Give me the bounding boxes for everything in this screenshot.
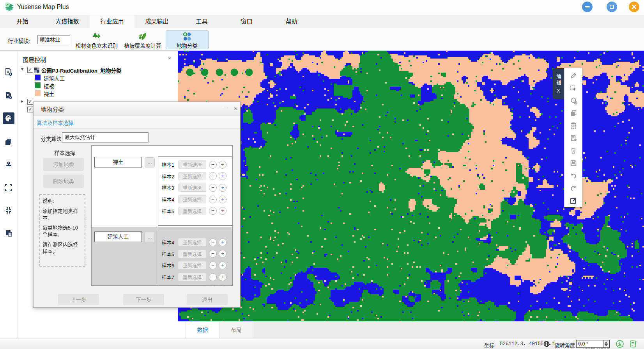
next-step-button[interactable]: 下一步 — [123, 294, 164, 305]
log-document-icon[interactable] — [629, 340, 638, 349]
delete-selected-icon[interactable] — [568, 132, 579, 144]
add-sample-button[interactable]: + — [219, 250, 226, 258]
save-edits-icon[interactable] — [568, 157, 579, 169]
reselect-button[interactable]: 重新选择 — [178, 172, 206, 180]
tool-landcover-classify[interactable]: 地物分类 — [166, 30, 209, 49]
more-button[interactable]: … — [145, 157, 155, 167]
close-button[interactable] — [629, 2, 639, 12]
reselect-button[interactable]: 重新选择 — [178, 207, 206, 215]
projection-globe-icon[interactable] — [543, 340, 551, 349]
sample-label: 样本4 — [162, 239, 178, 246]
edit-pencil-icon[interactable] — [568, 69, 579, 82]
reselect-button[interactable]: 重新选择 — [178, 250, 206, 258]
class-name-box[interactable]: 建筑人工 — [94, 231, 142, 242]
add-raster-layer-icon[interactable] — [3, 90, 14, 101]
panel-close-icon[interactable]: × — [166, 55, 173, 62]
add-sample-button[interactable]: + — [219, 262, 226, 269]
rotation-input[interactable]: 0.0 ° — [576, 340, 603, 348]
add-sample-button[interactable]: + — [219, 196, 226, 203]
remove-sample-button[interactable]: − — [209, 285, 217, 286]
reselect-button[interactable]: 重新选择 — [178, 160, 206, 169]
rotation-spinner[interactable] — [603, 340, 610, 348]
delete-class-button[interactable]: 删除地类 — [43, 174, 84, 188]
reselect-button[interactable]: 重新选择 — [178, 238, 206, 246]
select-features-icon[interactable] — [568, 82, 579, 94]
layer-row[interactable]: ▾ ✓ 公园PJ-RadCalibration_地物分类 — [18, 66, 178, 74]
caret-down-icon[interactable]: ▾ — [21, 66, 23, 72]
trash-icon[interactable] — [568, 144, 579, 157]
add-vector-layer-icon[interactable] — [3, 66, 14, 78]
tool-vegetation-coverage[interactable]: 植被覆盖度计算 — [121, 30, 164, 49]
remove-sample-button[interactable]: − — [209, 262, 217, 269]
tool-pine-detection[interactable]: 松材变色立木识别 — [75, 30, 118, 49]
legend-label: 植被 — [44, 82, 54, 90]
edit-panel-tab[interactable]: 编辑 X — [553, 68, 564, 99]
layer-checkbox[interactable]: ✓ — [27, 107, 33, 112]
edit-tab-close[interactable]: X — [557, 88, 560, 94]
add-sample-button[interactable]: + — [219, 161, 226, 169]
module-select[interactable]: 精准林业 ▾ — [37, 35, 70, 44]
layer-stack-icon[interactable] — [3, 136, 14, 148]
layer-checkbox[interactable]: ✓ — [27, 99, 33, 105]
zoom-to-selection-icon[interactable] — [3, 205, 14, 216]
redo-icon[interactable] — [568, 182, 579, 194]
remove-sample-button[interactable]: − — [209, 172, 217, 180]
add-feature-icon[interactable] — [568, 94, 579, 107]
menu-item-tools[interactable]: 工具 — [179, 15, 224, 28]
reselect-button[interactable]: 重新选择 — [178, 261, 206, 269]
reselect-button[interactable]: 重新选择 — [178, 195, 206, 203]
add-sample-button[interactable]: + — [219, 207, 226, 215]
layer-checkbox[interactable]: ✓ — [27, 67, 33, 73]
dialog-close-icon[interactable]: × — [232, 105, 240, 113]
symbology-palette-icon[interactable] — [3, 112, 14, 124]
chevron-down-icon: ▾ — [41, 36, 68, 44]
remove-sample-button[interactable]: − — [209, 250, 217, 258]
add-class-button[interactable]: 添加地类 — [43, 158, 84, 171]
sample-row: 样本6 重新选择 − + — [158, 260, 232, 271]
menu-item-window[interactable]: 窗口 — [224, 15, 269, 28]
download-icon[interactable] — [615, 339, 625, 349]
add-sample-button[interactable]: + — [219, 239, 226, 246]
legend-item[interactable]: 植被 — [18, 82, 178, 89]
menu-item-industry-apps[interactable]: 行业应用 — [90, 15, 134, 28]
dialog-minimize-icon[interactable]: – — [221, 105, 229, 113]
menu-item-help[interactable]: 帮助 — [269, 15, 314, 28]
add-sample-button[interactable]: + — [219, 273, 226, 281]
dialog-title-bar[interactable]: 地物分类 – × — [34, 102, 240, 116]
zoom-full-extent-icon[interactable] — [3, 182, 14, 194]
copy-icon[interactable] — [568, 107, 579, 119]
reselect-button[interactable]: 重新选择 — [178, 285, 206, 286]
remove-sample-button[interactable]: − — [209, 184, 217, 192]
previous-step-button[interactable]: 上一步 — [58, 294, 99, 305]
remove-sample-button[interactable]: − — [209, 207, 217, 215]
reselect-button[interactable]: 重新选择 — [178, 273, 206, 281]
remove-sample-button[interactable]: − — [209, 196, 217, 203]
exit-button[interactable]: 退出 — [187, 294, 228, 305]
caret-right-icon[interactable]: ▸ — [21, 98, 23, 104]
maximize-button[interactable] — [607, 2, 617, 12]
minimize-button[interactable] — [582, 2, 593, 12]
tab-algorithm-samples[interactable]: 算法及样本选择 — [37, 119, 74, 126]
more-button[interactable]: … — [145, 232, 155, 242]
legend-item[interactable]: 裸土 — [18, 89, 178, 97]
algorithm-select[interactable]: 最大似然估计 ▾ — [62, 132, 149, 142]
menu-item-spectral-index[interactable]: 光谱指数 — [45, 15, 90, 28]
tab-data-view[interactable]: 数据 — [186, 322, 219, 338]
add-sample-button[interactable]: + — [219, 285, 226, 286]
menu-item-start[interactable]: 开始 — [0, 15, 45, 28]
legend-item[interactable]: 建筑人工 — [18, 74, 178, 82]
remove-layers-icon[interactable] — [3, 227, 14, 239]
remove-sample-button[interactable]: − — [209, 161, 217, 169]
tab-layout-view[interactable]: 布局 — [219, 322, 253, 338]
add-sample-button[interactable]: + — [219, 184, 226, 192]
remove-sample-button[interactable]: − — [209, 273, 217, 281]
add-sample-button[interactable]: + — [219, 172, 226, 180]
reselect-button[interactable]: 重新选择 — [178, 183, 206, 192]
remove-sample-button[interactable]: − — [209, 239, 217, 246]
menu-item-output[interactable]: 成果输出 — [134, 15, 179, 28]
paste-icon[interactable] — [568, 119, 579, 132]
undo-icon[interactable] — [568, 169, 579, 182]
edit-attributes-icon[interactable] — [568, 194, 579, 207]
class-name-box[interactable]: 裸土 — [94, 157, 142, 167]
basemap-icon[interactable] — [3, 158, 14, 170]
